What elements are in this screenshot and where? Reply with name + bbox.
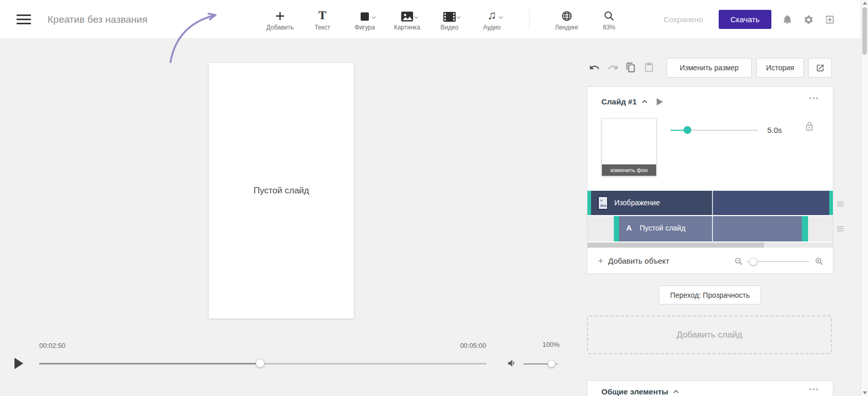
progress-handle[interactable] bbox=[256, 359, 265, 368]
logout-icon[interactable] bbox=[825, 14, 835, 25]
zoom-in-icon[interactable] bbox=[815, 257, 824, 268]
slide-play-icon[interactable] bbox=[657, 98, 663, 105]
scroll-up-arrow[interactable] bbox=[863, 2, 867, 5]
globe-icon bbox=[561, 8, 572, 22]
tool-landing[interactable]: Лендинг bbox=[551, 8, 582, 31]
common-elements-card: Общие элементы ••• bbox=[587, 380, 833, 396]
volume-percent-label: 100% bbox=[517, 341, 560, 348]
speaker-icon[interactable] bbox=[507, 358, 518, 371]
empty-slide-placeholder: Пустой слайд bbox=[254, 186, 309, 196]
duration-label: 5.0s bbox=[767, 126, 782, 134]
timeline-scrollbar[interactable] bbox=[587, 242, 833, 248]
tool-video[interactable]: Видео bbox=[434, 8, 465, 31]
common-elements-title: Общие элементы bbox=[601, 387, 668, 396]
image-track-icon bbox=[598, 196, 608, 212]
tool-label: Картинка bbox=[394, 24, 420, 31]
header: Креатив без названия Добавить T Текст Фи bbox=[0, 0, 868, 39]
text-track-clip[interactable]: A Пустой слайд bbox=[614, 216, 808, 241]
bell-icon[interactable] bbox=[782, 14, 793, 25]
gear-icon[interactable] bbox=[803, 14, 814, 25]
canvas-slide[interactable]: Пустой слайд bbox=[209, 63, 354, 318]
timeline-scrollbar-thumb[interactable] bbox=[587, 242, 764, 248]
resize-button[interactable]: Изменить размер bbox=[667, 58, 752, 78]
trim-handle-right[interactable] bbox=[829, 191, 833, 215]
tool-shape[interactable]: Фигура bbox=[349, 8, 380, 31]
text-track-badge: A bbox=[626, 223, 632, 232]
chevron-down-icon bbox=[414, 12, 419, 21]
audio-icon: ♫ bbox=[487, 8, 496, 22]
tool-label: Фигура bbox=[354, 24, 375, 31]
clip-handle-left[interactable] bbox=[614, 216, 619, 241]
chevron-up-icon[interactable] bbox=[642, 100, 647, 103]
paste-icon[interactable] bbox=[644, 62, 654, 75]
duration-handle[interactable] bbox=[684, 126, 691, 134]
chevron-down-icon bbox=[371, 12, 376, 21]
scrollbar-thumb[interactable] bbox=[862, 7, 867, 55]
trim-handle-left[interactable] bbox=[587, 191, 591, 215]
copy-icon[interactable] bbox=[626, 62, 636, 75]
magnifier-icon bbox=[603, 8, 615, 22]
history-button[interactable]: История bbox=[756, 58, 804, 78]
common-elements-header: Общие элементы bbox=[601, 387, 679, 396]
playhead-line bbox=[712, 216, 713, 241]
chevron-down-icon bbox=[456, 12, 461, 21]
playhead-line bbox=[712, 191, 713, 215]
clip-handle-right[interactable] bbox=[802, 216, 808, 241]
track-segment bbox=[713, 191, 829, 215]
common-elements-menu-dots[interactable]: ••• bbox=[809, 385, 819, 393]
timeline-track-image[interactable]: Изображение bbox=[587, 191, 833, 215]
video-icon bbox=[443, 8, 456, 22]
slide-title: Слайд #1 bbox=[601, 97, 637, 106]
tool-zoom[interactable]: 63% bbox=[594, 8, 625, 31]
add-object-button[interactable]: + Добавить объект bbox=[598, 256, 669, 266]
hamburger-menu-icon[interactable] bbox=[17, 14, 31, 24]
chevron-down-icon bbox=[499, 12, 503, 21]
change-background-button[interactable]: изменить фон bbox=[602, 164, 656, 176]
transition-button[interactable]: Переход: Прозрачность bbox=[659, 285, 761, 304]
shape-icon bbox=[360, 8, 370, 22]
total-time: 00:05:00 bbox=[435, 342, 486, 349]
text-icon: T bbox=[318, 8, 326, 22]
plus-icon bbox=[274, 8, 286, 22]
play-button[interactable] bbox=[14, 358, 23, 369]
scroll-down-arrow[interactable] bbox=[863, 391, 867, 394]
tool-label: Добавить bbox=[266, 24, 293, 31]
tool-audio[interactable]: ♫ Аудио bbox=[476, 8, 507, 31]
slide-menu-dots[interactable]: ••• bbox=[809, 94, 819, 102]
timeline-track-text[interactable]: A Пустой слайд bbox=[587, 216, 833, 241]
plus-icon: + bbox=[598, 256, 603, 266]
unlock-icon[interactable] bbox=[804, 121, 814, 134]
zoom-out-icon[interactable] bbox=[734, 257, 743, 268]
slide-card: Слайд #1 ••• изменить фон 5.0s Изображен… bbox=[587, 86, 833, 274]
redo-icon[interactable] bbox=[608, 62, 618, 75]
app-root: Креатив без названия Добавить T Текст Фи bbox=[0, 0, 868, 396]
zoom-level-label: 63% bbox=[603, 24, 615, 31]
tool-label: Аудио bbox=[483, 24, 501, 31]
volume-handle[interactable] bbox=[548, 360, 555, 368]
timeline-zoom-handle[interactable] bbox=[749, 257, 757, 266]
tool-text[interactable]: T Текст bbox=[307, 8, 338, 31]
download-button[interactable]: Скачать bbox=[719, 10, 771, 29]
saved-status: Сохранено bbox=[663, 15, 703, 24]
tool-label: Видео bbox=[440, 24, 458, 31]
toolbar: Добавить T Текст Фигура bbox=[265, 0, 625, 39]
image-track-label: Изображение bbox=[614, 199, 660, 207]
add-slide-button[interactable]: Добавить слайд bbox=[587, 315, 832, 354]
text-track-label: Пустой слайд bbox=[640, 224, 686, 232]
tool-picture[interactable]: Картинка bbox=[392, 8, 423, 31]
toolbar-divider bbox=[529, 9, 530, 30]
open-in-new-button[interactable] bbox=[808, 58, 832, 78]
undo-icon[interactable] bbox=[589, 62, 600, 75]
document-title[interactable]: Креатив без названия bbox=[48, 0, 147, 39]
tool-label: Текст bbox=[315, 24, 330, 31]
slide-thumbnail[interactable]: изменить фон bbox=[601, 118, 657, 176]
tool-add[interactable]: Добавить bbox=[265, 8, 296, 31]
page-scrollbar[interactable] bbox=[861, 0, 868, 396]
header-right: Сохранено Скачать bbox=[663, 0, 835, 39]
progress-fill bbox=[39, 363, 263, 364]
track-drag-handle[interactable] bbox=[837, 200, 844, 209]
chevron-up-icon[interactable] bbox=[673, 390, 679, 393]
current-time: 00:02:50 bbox=[39, 342, 66, 349]
tool-label: Лендинг bbox=[555, 24, 579, 31]
track-drag-handle[interactable] bbox=[837, 224, 844, 234]
